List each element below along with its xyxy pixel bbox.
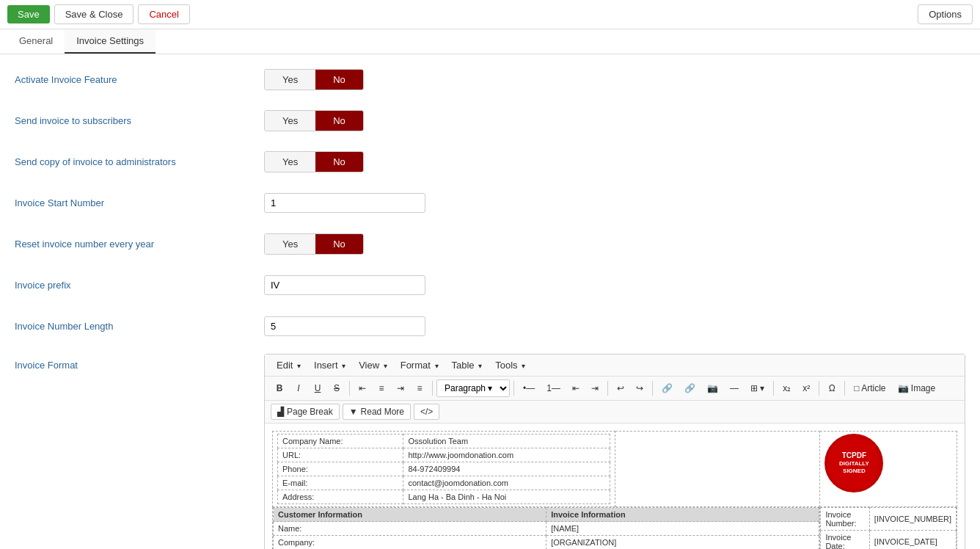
company-name-value: Ossolution Team [403,435,610,448]
toolbar-sep-4 [607,381,608,396]
send-invoice-subscribers-yes[interactable]: Yes [265,111,315,131]
redo-button[interactable]: ↪ [631,380,648,396]
align-justify-button[interactable]: ≡ [411,380,428,396]
phone-label: Phone: [278,462,403,476]
send-invoice-subscribers-label: Send invoice to subscribers [15,115,264,126]
customer-info-header: Customer Information [274,508,546,522]
invoice-prefix-input[interactable] [264,275,425,295]
address-row: Address: Lang Ha - Ba Dinh - Ha Noi [278,490,610,504]
bold-button[interactable]: B [271,380,288,396]
toolbar-sep-1 [349,381,350,396]
activate-invoice-row: Activate Invoice Feature Yes No [15,66,965,92]
url-value: http://www.joomdonation.com [403,448,610,462]
reset-invoice-number-no[interactable]: No [315,234,363,254]
url-row: URL: http://www.joomdonation.com [278,448,610,462]
invoice-start-number-row: Invoice Start Number [15,189,965,216]
send-copy-admin-row: Send copy of invoice to administrators Y… [15,148,965,175]
phone-row: Phone: 84-972409994 [278,462,610,476]
article-button[interactable]: □ Article [849,380,891,396]
activate-invoice-no[interactable]: No [315,70,363,90]
save-button[interactable]: Save [7,5,50,23]
link-button[interactable]: 🔗 [657,380,678,396]
toolbar-sep-3 [513,381,514,396]
cancel-button[interactable]: Cancel [138,4,189,24]
editor-menubar: Edit ▾ Insert ▾ View ▾ Format ▾ Table ▾ … [265,355,965,377]
page-break-icon: ▟ [277,407,284,417]
inv-date-label: Invoice Date: [821,531,869,550]
editor-menu-table[interactable]: Table ▾ [446,357,489,373]
invoice-number-length-row: Invoice Number Length [15,313,965,339]
editor-menu-tools[interactable]: Tools ▾ [489,357,531,373]
numbered-list-button[interactable]: 1— [541,380,566,396]
top-bar: Save Save & Close Cancel Options [0,0,980,29]
strikethrough-button[interactable]: S [328,380,345,396]
hr-button[interactable]: — [725,380,744,396]
send-invoice-subscribers-row: Send invoice to subscribers Yes No [15,107,965,134]
bullet-list-button[interactable]: •— [518,380,540,396]
subscript-button[interactable]: x₂ [778,380,796,396]
invoice-number-row: Invoice Number: [INVOICE_NUMBER] [821,508,957,531]
special-char-button[interactable]: Ω [823,380,841,396]
editor-menu-insert[interactable]: Insert ▾ [308,357,351,373]
send-copy-admin-yes[interactable]: Yes [265,152,315,172]
editor-content-area[interactable]: Company Name: Ossolution Team URL: http:… [265,423,965,549]
tab-invoice-settings[interactable]: Invoice Settings [65,29,156,54]
invoice-number-length-input[interactable] [264,316,425,336]
send-invoice-subscribers-no[interactable]: No [315,111,363,131]
decrease-indent-button[interactable]: ⇤ [567,380,585,396]
tab-general[interactable]: General [7,29,65,54]
info-sections-row: Customer Information Invoice Information… [273,507,957,550]
undo-button[interactable]: ↩ [612,380,629,396]
unlink-button[interactable]: 🔗 [679,380,701,396]
invoice-prefix-label: Invoice prefix [15,280,264,291]
email-row: E-mail: contact@joomdonation.com [278,476,610,490]
page-break-button[interactable]: ▟ Page Break [271,404,340,420]
align-left-button[interactable]: ⇤ [354,380,371,396]
read-more-icon: ▼ [349,407,358,417]
underline-button[interactable]: U [309,380,326,396]
editor-toolbar2: ▟ Page Break ▼ Read More </> [265,401,965,423]
inv-number-label: Invoice Number: [821,508,869,531]
editor-menu-view[interactable]: View ▾ [353,357,393,373]
superscript-button[interactable]: x² [797,380,815,396]
send-copy-admin-toggle: Yes No [264,151,364,172]
align-center-button[interactable]: ≡ [373,380,390,396]
source-button[interactable]: </> [414,404,439,420]
url-label: URL: [278,448,403,462]
editor-menu-edit[interactable]: Edit ▾ [271,357,307,373]
read-more-button[interactable]: ▼ Read More [343,404,411,420]
invoice-format-row: Invoice Format Edit ▾ Insert ▾ View ▾ Fo… [15,354,965,549]
reset-invoice-number-yes[interactable]: Yes [265,234,315,254]
reset-invoice-number-toggle: Yes No [264,233,364,255]
send-invoice-subscribers-toggle: Yes No [264,110,364,131]
inv-date-value: [INVOICE_DATE] [869,531,956,550]
table-button[interactable]: ⊞ ▾ [745,380,769,396]
customer-company-value: [ORGANIZATION] [546,536,819,550]
company-info-row: Company Name: Ossolution Team URL: http:… [273,432,957,507]
activate-invoice-yes[interactable]: Yes [265,70,315,90]
align-right-button[interactable]: ⇥ [392,380,409,396]
empty-cell [615,432,820,507]
info-headers-row: Customer Information Invoice Information [274,508,819,522]
paragraph-select[interactable]: Paragraph ▾ Heading 1 Heading 2 [436,379,510,397]
editor-menu-format[interactable]: Format ▾ [395,357,445,373]
name-invoice-number-row: Name: [NAME] [274,522,819,536]
italic-button[interactable]: I [290,380,307,396]
send-copy-admin-no[interactable]: No [315,152,363,172]
phone-value: 84-972409994 [403,462,610,476]
invoice-start-number-input[interactable] [264,193,425,213]
image-insert-button[interactable]: 📷 Image [893,380,941,396]
options-button[interactable]: Options [918,4,973,24]
save-close-button[interactable]: Save & Close [54,4,134,24]
increase-indent-button[interactable]: ⇥ [586,380,604,396]
send-copy-admin-label: Send copy of invoice to administrators [15,156,264,167]
address-value: Lang Ha - Ba Dinh - Ha Noi [403,490,610,504]
invoice-info-header: Invoice Information [546,508,819,522]
invoice-date-row: Invoice Date: [INVOICE_DATE] [821,531,957,550]
address-label: Address: [278,490,403,504]
company-name-row: Company Name: Ossolution Team [278,435,610,448]
email-label: E-mail: [278,476,403,490]
company-name-label: Company Name: [278,435,403,448]
toolbar-sep-8 [844,381,845,396]
image-button[interactable]: 📷 [702,380,723,396]
